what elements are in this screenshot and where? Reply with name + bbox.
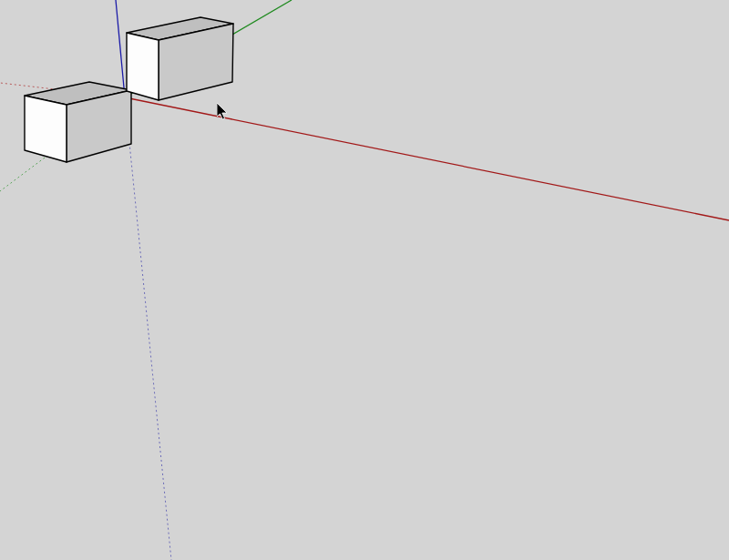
axis-z-negative: [125, 97, 171, 560]
box-left[interactable]: [25, 82, 131, 162]
axis-z-positive: [116, 0, 125, 97]
scene-svg: [0, 0, 729, 560]
box-right-front-face: [127, 33, 159, 100]
box-left-front-face: [25, 96, 67, 162]
box-right[interactable]: [127, 17, 233, 100]
axis-x-positive: [125, 97, 729, 220]
viewport-3d[interactable]: [0, 0, 729, 560]
